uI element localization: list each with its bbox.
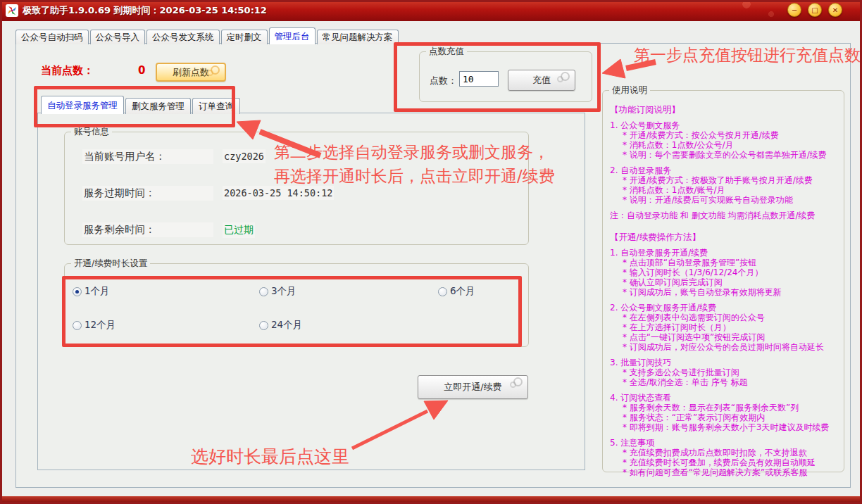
account-row-value: czy2026 [223, 149, 266, 163]
radio-label: 1个月 [85, 285, 110, 298]
service-tab[interactable]: 订单查询 [192, 98, 240, 114]
main-tab-bar: 公众号自动扫码 公众号导入 公众号发文系统 定时删文 管理后台 常见问题解决方案 [15, 27, 399, 44]
instructions-text: 【功能订阅说明】 1. 公众号删文服务 * 开通/续费方式：按公众号按月开通/续… [610, 105, 842, 477]
radio-label: 3个月 [271, 285, 296, 298]
account-row: 服务剩余时间： 已过期 [82, 222, 334, 259]
points-field-label: 点数： [430, 75, 457, 87]
instruction-line: 注：自动登录功能 和 删文功能 均需消耗点数开通/续费 [610, 210, 842, 220]
instruction-line: * 点击顶部“自动登录服务管理”按钮 [610, 258, 842, 267]
main-tab[interactable]: 常见问题解决方案 [317, 30, 399, 44]
current-points-value: 0 [138, 64, 145, 77]
account-info-groupbox: 账号信息 当前账号用户名： czy2026 服务过期时间： 2026-03-25… [64, 132, 529, 245]
recharge-button[interactable]: 充值 [508, 70, 575, 91]
instruction-line: * 服务状态：“正常”表示订阅有效期内 [610, 412, 842, 422]
instruction-line: * 支持多选公众号进行批量订阅 [610, 367, 842, 377]
instruction-line: * 全选/取消全选：单击 序号 标题 [610, 377, 842, 387]
account-row-value: 2026-03-25 14:50:12 [223, 186, 334, 200]
radio-icon [438, 287, 447, 296]
instruction-line: 5. 注意事项 [610, 438, 842, 448]
duration-radio[interactable]: 24个月 [259, 317, 438, 334]
instruction-line: * 在左侧列表中勾选需要订阅的公众号 [610, 313, 842, 322]
instructions-group-title: 使用说明 [609, 84, 650, 96]
account-group-title: 账号信息 [71, 126, 112, 138]
instruction-line: * 如有问题可查看“常见问题解决方案”或联系客服 [610, 467, 842, 477]
app-icon [6, 4, 18, 17]
duration-radio[interactable]: 6个月 [438, 283, 509, 300]
instruction-line: * 充值续费时长可叠加，续费后会员有效期自动顺延 [610, 458, 842, 467]
account-row-label: 服务过期时间： [82, 186, 213, 201]
close-button[interactable]: ✕ [828, 3, 842, 17]
instruction-line: * 消耗点数：1点数/账号/月 [610, 185, 842, 195]
radio-label: 6个月 [450, 285, 475, 298]
main-tab[interactable]: 管理后台 [269, 27, 316, 44]
duration-radio[interactable]: 1个月 [73, 283, 259, 300]
radio-icon [73, 321, 82, 330]
instruction-line: * 订阅成功后，账号自动登录有效期将更新 [610, 287, 842, 297]
instruction-line: 2. 自动登录服务 [610, 165, 842, 175]
minimize-button[interactable]: ─ [787, 3, 801, 17]
instruction-line: * 充值续费扣费成功后点数即时扣除，不支持退款 [610, 448, 842, 458]
instruction-line: * 即将到期：账号服务剩余天数小于3天时建议及时续费 [610, 422, 842, 432]
instructions-groupbox: 使用说明 【功能订阅说明】 1. 公众号删文服务 * 开通/续费方式：按公众号按… [602, 90, 844, 472]
account-row-label: 当前账号用户名： [82, 149, 213, 164]
app-window: 极致了助手1.9.0.69 到期时间：2026-03-25 14:50:12 ─… [0, 0, 862, 504]
instruction-line: * 在上方选择订阅时长（月） [610, 322, 842, 332]
instruction-line: * 消耗点数：1点数/公众号/月 [610, 140, 842, 150]
service-tab[interactable]: 删文服务管理 [125, 98, 191, 114]
main-tab[interactable]: 公众号发文系统 [146, 30, 220, 44]
main-tab[interactable]: 公众号导入 [90, 30, 146, 44]
radio-icon [259, 287, 268, 296]
instruction-line: * 说明：每个需要删除文章的公众号都需单独开通/续费 [610, 150, 842, 160]
instruction-line: * 确认立即订阅后完成订阅 [610, 277, 842, 287]
account-row: 当前账号用户名： czy2026 [82, 149, 334, 186]
instruction-line: * 开通/续费方式：按极致了助手账号按月开通/续费 [610, 175, 842, 185]
window-bottom-frame [0, 496, 862, 504]
duration-group-title: 开通/续费时长设置 [71, 258, 150, 270]
instruction-line: 3. 批量订阅技巧 [610, 358, 842, 367]
duration-radio[interactable]: 3个月 [259, 283, 438, 300]
subscribe-now-button[interactable]: 立即开通/续费 [418, 375, 528, 399]
title-bar: 极致了助手1.9.0.69 到期时间：2026-03-25 14:50:12 ─… [0, 0, 862, 21]
radio-icon [73, 287, 82, 296]
radio-label: 24个月 [271, 319, 302, 332]
points-input[interactable] [459, 71, 499, 87]
instruction-line: * 开通/续费方式：按公众号按月开通/续费 [610, 130, 842, 140]
radio-icon [259, 321, 268, 330]
maximize-button[interactable]: □ [808, 3, 822, 17]
main-tab[interactable]: 公众号自动扫码 [15, 30, 89, 44]
instruction-line: 1. 自动登录服务开通/续费 [610, 248, 842, 258]
instruction-line: * 输入订阅时长（1/3/6/12/24个月） [610, 267, 842, 277]
service-tab-bar: 自动登录服务管理 删文服务管理 订单查询 [41, 96, 240, 114]
account-row-value: 已过期 [223, 222, 255, 238]
instruction-line: 1. 公众号删文服务 [610, 120, 842, 130]
account-rows: 当前账号用户名： czy2026 服务过期时间： 2026-03-25 14:5… [82, 149, 334, 259]
duration-options: 1个月 3个月 6个月 12个月 24个月 [73, 283, 509, 334]
window-title: 极致了助手1.9.0.69 到期时间：2026-03-25 14:50:12 [23, 4, 267, 17]
instruction-line: * 订阅成功后，对应公众号的会员过期时间将自动延长 [610, 342, 842, 352]
instruction-line: * 说明：开通/续费后可实现账号自动登录功能 [610, 195, 842, 205]
recharge-group-title: 点数充值 [426, 46, 467, 58]
instruction-line: 4. 订阅状态查看 [610, 393, 842, 403]
instruction-line: * 点击“一键订阅选中项”按钮完成订阅 [610, 332, 842, 342]
instruction-line: 【开通/续费操作方法】 [610, 232, 842, 242]
account-row: 服务过期时间： 2026-03-25 14:50:12 [82, 186, 334, 222]
account-row-label: 服务剩余时间： [82, 222, 213, 237]
service-tab[interactable]: 自动登录服务管理 [41, 96, 124, 114]
current-points-label: 当前点数： [41, 64, 94, 77]
instruction-line: 2. 公众号删文服务开通/续费 [610, 303, 842, 313]
radio-label: 12个月 [85, 319, 115, 332]
main-tab[interactable]: 定时删文 [221, 30, 268, 44]
refresh-points-button[interactable]: 刷新点数 [156, 63, 226, 82]
duration-radio[interactable]: 12个月 [73, 317, 259, 334]
instruction-line: 【功能订阅说明】 [610, 105, 842, 115]
instruction-line: * 服务剩余天数：显示在列表“服务剩余天数”列 [610, 403, 842, 412]
